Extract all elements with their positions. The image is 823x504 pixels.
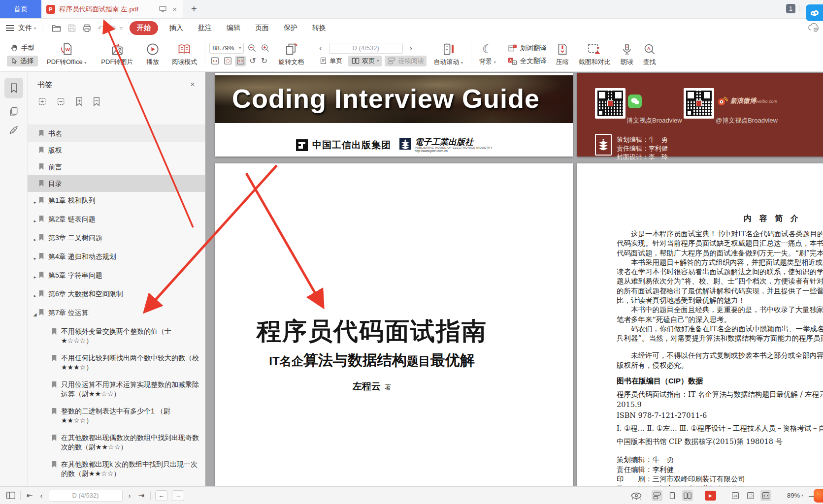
open-file-icon[interactable]: [52, 24, 61, 32]
home-tab[interactable]: 首页: [0, 0, 41, 18]
expand-arrow-icon[interactable]: ▸: [32, 289, 38, 301]
compress-button[interactable]: 压缩: [552, 41, 573, 67]
close-tab-icon[interactable]: ×: [171, 5, 178, 13]
expand-arrow-icon[interactable]: ▸: [32, 252, 38, 263]
eye-protection-icon[interactable]: [630, 491, 642, 500]
menu-tab-start[interactable]: 开始: [130, 21, 158, 35]
bookmark-item[interactable]: 前言: [28, 158, 205, 175]
double-page-button[interactable]: 双页 ▾: [348, 56, 382, 66]
remove-bookmark-icon[interactable]: [92, 96, 101, 107]
expand-all-icon[interactable]: [37, 96, 48, 107]
thumbnails-panel-icon[interactable]: [9, 106, 19, 117]
bookmark-item[interactable]: ▸第3章 二叉树问题: [28, 229, 205, 248]
play-button[interactable]: 播放: [142, 41, 164, 67]
actual-size-icon[interactable]: 1:1: [730, 490, 741, 501]
bookmark-item[interactable]: 不用额外变量交换两个整数的值（士★☆☆☆）: [28, 323, 205, 349]
undo-icon[interactable]: ↶: [98, 24, 104, 33]
cloud-sync-icon[interactable]: [807, 23, 820, 32]
read-mode-button[interactable]: 阅读模式: [167, 41, 201, 67]
page-number-input[interactable]: D (4/532): [49, 490, 123, 502]
bookmark-item[interactable]: ▸第5章 字符串问题: [28, 267, 205, 285]
save-icon[interactable]: [68, 24, 76, 32]
pdf-to-image-button[interactable]: PDF转图片: [97, 41, 137, 67]
background-button[interactable]: ☾ 背景 ▾: [475, 42, 500, 67]
fit-width-icon[interactable]: [235, 56, 246, 66]
zoom-in-icon[interactable]: [260, 43, 270, 54]
single-page-layout-icon[interactable]: [667, 490, 678, 501]
zoom-level[interactable]: 89%▾: [787, 492, 803, 499]
actual-size-icon[interactable]: 1:1: [209, 56, 220, 66]
redo-icon[interactable]: ↷: [110, 24, 116, 33]
next-page-icon[interactable]: ›: [127, 491, 132, 500]
bookmark-item[interactable]: 目录: [28, 175, 205, 192]
continuous-reading-button[interactable]: 连续阅读: [385, 56, 427, 66]
bookmark-item[interactable]: ▸第2章 链表问题: [28, 211, 205, 229]
more-actions-icon[interactable]: ▽: [120, 26, 123, 31]
document-view[interactable]: Coding Interview Guide 中国工信出版集团 電子工業出版社 …: [205, 72, 823, 486]
present-to-screen-icon[interactable]: [158, 6, 167, 12]
new-tab-button[interactable]: +: [183, 0, 205, 18]
document-tab[interactable]: P 程序员代码面试指南 左.pdf ×: [41, 0, 183, 18]
hand-tool-button[interactable]: 手型: [7, 43, 38, 54]
rotate-right-icon[interactable]: ↻: [260, 56, 269, 65]
menu-tab-protect[interactable]: 保护: [276, 21, 305, 35]
auto-scroll-button[interactable]: 自动滚动 ▾: [429, 41, 467, 67]
toggle-panel-icon[interactable]: [6, 491, 16, 500]
double-page-layout-icon[interactable]: [682, 490, 693, 501]
menu-tab-convert[interactable]: 转换: [305, 21, 333, 35]
bookmark-item[interactable]: 只用位运算不用算术运算实现整数的加减乘除运算（尉★★☆☆）: [28, 376, 205, 403]
collapse-arrow-icon[interactable]: ◢: [32, 308, 38, 319]
window-count-badge[interactable]: 1: [786, 4, 795, 13]
fit-page-icon[interactable]: [745, 490, 756, 501]
bookmarks-panel-icon[interactable]: [4, 78, 23, 98]
zoom-slider-handle[interactable]: [814, 489, 823, 503]
zoom-input[interactable]: 88.79% ▾: [209, 43, 244, 54]
bookmark-item[interactable]: ▸第6章 大数据和空间限制: [28, 285, 205, 304]
expand-arrow-icon[interactable]: ▸: [32, 270, 38, 282]
previous-page-icon[interactable]: ‹: [316, 44, 325, 53]
next-page-icon[interactable]: ›: [407, 44, 415, 53]
last-page-icon[interactable]: ⇥: [137, 491, 146, 500]
menu-tab-edit[interactable]: 编辑: [219, 21, 248, 35]
bookmark-item[interactable]: 在其他数都出现偶数次的数组中找到出现奇数次的数（尉★★☆☆）: [28, 429, 205, 456]
bookmark-item[interactable]: 书名: [28, 125, 205, 142]
add-bookmark-icon[interactable]: [75, 96, 84, 107]
full-translate-button[interactable]: A文 全文翻译: [504, 56, 550, 66]
bookmark-item[interactable]: ▸第1章 栈和队列: [28, 192, 205, 211]
view-forward-icon[interactable]: →: [172, 490, 184, 501]
hamburger-menu-icon[interactable]: [6, 25, 14, 31]
word-translate-button[interactable]: 划词翻译: [504, 43, 550, 54]
view-back-icon[interactable]: ←: [155, 490, 167, 501]
play-mode-button[interactable]: ▶: [705, 491, 716, 501]
expand-arrow-icon[interactable]: ▸: [32, 214, 38, 226]
pdf-to-office-button[interactable]: W PDF转Office ▾: [43, 41, 90, 67]
read-aloud-button[interactable]: 朗读: [617, 41, 637, 67]
print-icon[interactable]: [83, 24, 91, 32]
expand-arrow-icon[interactable]: ▸: [32, 233, 38, 245]
select-tool-button[interactable]: 选择: [7, 56, 38, 66]
single-page-button[interactable]: 单页: [316, 56, 345, 66]
rotate-document-button[interactable]: 旋转文档: [274, 41, 308, 67]
close-panel-icon[interactable]: ×: [190, 80, 195, 90]
bookmark-item[interactable]: 版权: [28, 142, 205, 158]
find-button[interactable]: A 查找: [639, 41, 660, 67]
previous-page-icon[interactable]: ‹: [39, 491, 44, 500]
bookmark-item[interactable]: ◢第7章 位运算: [28, 304, 205, 323]
fit-page-icon[interactable]: [222, 56, 233, 66]
collapse-all-icon[interactable]: [56, 96, 66, 107]
bookmark-item[interactable]: ▸第8章 数组和矩阵问题: [28, 482, 205, 486]
bookmark-item[interactable]: 在其他数都出现k 次的数组中找到只出现一次的数（尉★★☆☆）: [28, 456, 205, 482]
bookmark-item[interactable]: 不用任何比较判断找出两个数中较大的数（校★★★☆）: [28, 349, 205, 376]
screenshot-compare-button[interactable]: 截图和对比: [575, 41, 615, 67]
first-page-icon[interactable]: ⇤: [25, 491, 34, 500]
menu-tab-comment[interactable]: 批注: [191, 21, 219, 35]
rotate-left-icon[interactable]: ↺: [248, 56, 257, 65]
file-menu[interactable]: 文件: [18, 24, 32, 32]
bookmark-item[interactable]: ▸第4章 递归和动态规划: [28, 248, 205, 267]
annotation-pen-icon[interactable]: [9, 125, 19, 135]
continuous-layout-icon[interactable]: [652, 490, 662, 501]
bookmark-item[interactable]: 整数的二进制表达中有多少个1 （尉★★☆☆）: [28, 403, 205, 429]
zoom-out-icon[interactable]: [246, 43, 257, 54]
expand-arrow-icon[interactable]: ▸: [32, 195, 38, 207]
menu-tab-page[interactable]: 页面: [248, 21, 276, 35]
